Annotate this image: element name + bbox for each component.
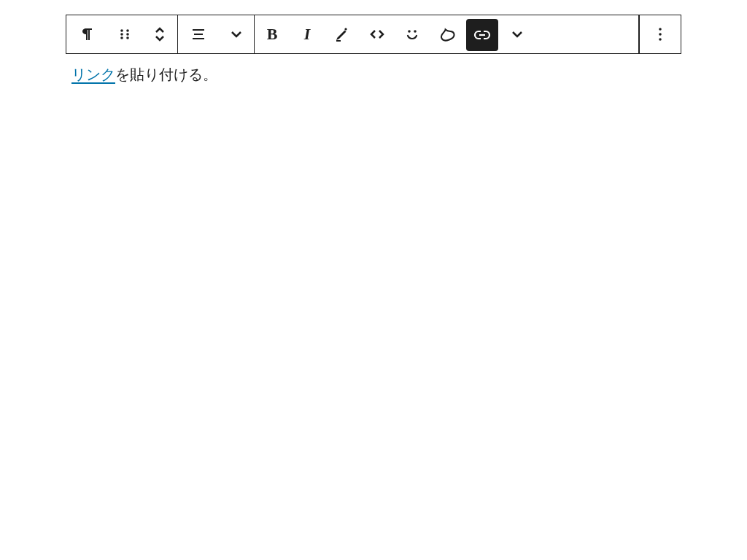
align-icon[interactable]: [178, 15, 219, 53]
linked-text[interactable]: リンク: [71, 66, 115, 84]
svg-point-10: [408, 30, 411, 33]
svg-point-2: [120, 33, 123, 36]
bold-button[interactable]: B: [255, 15, 290, 53]
drag-handle-icon[interactable]: [107, 15, 142, 53]
svg-point-11: [414, 30, 417, 33]
svg-point-3: [126, 33, 129, 36]
svg-point-15: [659, 38, 662, 41]
more-format-chevron-down-icon[interactable]: [500, 15, 535, 53]
svg-point-4: [120, 36, 123, 39]
more-options-icon[interactable]: [640, 15, 681, 53]
editor-content[interactable]: リンクを貼り付ける。: [71, 65, 747, 85]
highlight-icon[interactable]: [325, 15, 360, 53]
content-rest: を貼り付ける。: [115, 66, 217, 82]
paragraph-icon[interactable]: [66, 15, 107, 53]
svg-point-1: [126, 29, 129, 32]
toolbar-group-block: [66, 15, 178, 53]
link-button[interactable]: [466, 19, 498, 51]
toolbar-group-more: [639, 15, 681, 53]
clear-format-icon[interactable]: [430, 15, 465, 53]
move-up-down-icon[interactable]: [142, 15, 177, 53]
svg-rect-9: [336, 40, 341, 42]
emoji-icon[interactable]: [395, 15, 430, 53]
code-icon[interactable]: [360, 15, 395, 53]
toolbar-group-align: [178, 15, 255, 53]
svg-point-5: [126, 36, 129, 39]
block-toolbar: B I: [66, 15, 681, 54]
svg-point-14: [659, 33, 662, 36]
italic-button[interactable]: I: [290, 15, 325, 53]
svg-point-13: [659, 28, 662, 31]
toolbar-group-format: B I: [255, 15, 639, 53]
svg-point-0: [120, 29, 123, 32]
align-chevron-down-icon[interactable]: [219, 15, 254, 53]
